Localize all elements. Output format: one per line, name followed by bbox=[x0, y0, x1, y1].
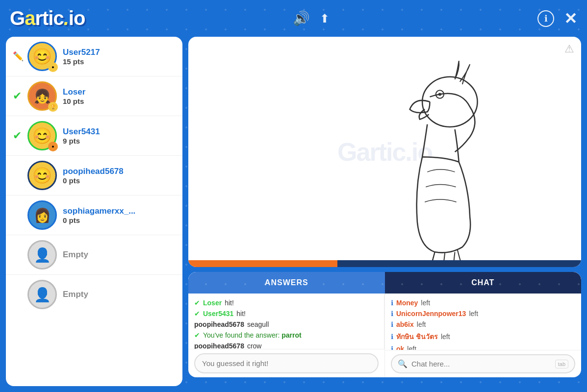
chat-section: ℹ Money left ℹ UnicornJennpower13 left ℹ… bbox=[385, 294, 581, 377]
badge-trophy: 🏆 bbox=[48, 102, 58, 112]
info-icon: ℹ bbox=[391, 333, 393, 341]
check-icon: ✔ bbox=[194, 299, 200, 307]
list-item: ℹ ok left bbox=[391, 343, 575, 350]
avatar: 👤 bbox=[27, 280, 57, 309]
avatar: 👩 bbox=[27, 200, 57, 230]
answer-user: User5431 bbox=[203, 310, 233, 318]
chat-user: Money bbox=[396, 299, 418, 307]
pencil-icon: ✏️ bbox=[13, 51, 24, 62]
check-icon: ✔ bbox=[13, 129, 24, 142]
list-item: ✔ You've found the answer: parrot bbox=[194, 330, 378, 341]
chat-action: left bbox=[417, 320, 426, 328]
logo: Gartic.io bbox=[10, 7, 85, 29]
answers-panel: ✔ Loser hit! ✔ User5431 hit! poopihead56… bbox=[188, 294, 384, 349]
tab-answers-label: ANSWERS bbox=[265, 278, 308, 287]
chat-action: left bbox=[407, 345, 416, 350]
list-item: ✏️ 😊 ● User5217 15 pts bbox=[6, 37, 182, 76]
list-item: ℹ UnicornJennpower13 left bbox=[391, 308, 575, 319]
player-pts: 10 pts bbox=[63, 97, 176, 105]
answer-suffix: hit! bbox=[236, 310, 246, 318]
tab-bar: ANSWERS CHAT bbox=[188, 272, 581, 294]
svg-point-2 bbox=[438, 93, 441, 96]
main-container: ✏️ 😊 ● User5217 15 pts ✔ 👧 🏆 Loser bbox=[0, 37, 587, 392]
info-icon: ℹ bbox=[391, 310, 393, 318]
answers-section: ✔ Loser hit! ✔ User5431 hit! poopihead56… bbox=[188, 294, 385, 377]
list-item: poopihead5678 seagull bbox=[194, 319, 378, 330]
badge-gold: ● bbox=[48, 62, 58, 72]
player-info: User5217 15 pts bbox=[63, 48, 176, 66]
list-item: ✔ User5431 hit! bbox=[194, 308, 378, 319]
avatar: 😊 ● bbox=[27, 121, 57, 150]
answer-guess: seagull bbox=[247, 320, 269, 328]
player-info: sophiagamerxx_... 0 pts bbox=[63, 206, 176, 224]
player-pts: 0 pts bbox=[63, 216, 176, 224]
chat-user: UnicornJennpower13 bbox=[396, 310, 466, 318]
answer-guess: crow bbox=[247, 342, 262, 349]
right-panel: ⚠ Gartic.io bbox=[188, 37, 581, 386]
answer-user: poopihead5678 bbox=[194, 320, 244, 328]
check-icon: ✔ bbox=[13, 90, 24, 102]
header-right: ℹ ✕ bbox=[537, 9, 577, 28]
player-info: Empty bbox=[63, 250, 176, 260]
search-icon: 🔍 bbox=[398, 359, 408, 368]
chat-action: left bbox=[421, 299, 430, 307]
player-list: ✏️ 😊 ● User5217 15 pts ✔ 👧 🏆 Loser bbox=[6, 37, 182, 386]
chat-action: left bbox=[441, 333, 450, 341]
progress-bar bbox=[188, 260, 581, 267]
chat-action: left bbox=[469, 310, 478, 318]
tab-chat[interactable]: CHAT bbox=[385, 272, 582, 294]
progress-blue bbox=[337, 260, 581, 267]
answer-suffix: hit! bbox=[225, 299, 234, 307]
player-pts: 15 pts bbox=[63, 57, 176, 66]
badge-orange: ● bbox=[48, 142, 58, 151]
info-icon: ℹ bbox=[391, 320, 393, 328]
player-name: Loser bbox=[63, 87, 176, 97]
chat-input[interactable] bbox=[411, 360, 555, 368]
answer-input-area bbox=[188, 349, 384, 377]
list-item: ✔ 👩 sophiagamerxx_... 0 pts bbox=[6, 196, 182, 235]
chat-user: ab6ix bbox=[396, 320, 414, 328]
player-info: Empty bbox=[63, 290, 176, 299]
answer-input[interactable] bbox=[194, 353, 379, 373]
player-pts: 9 pts bbox=[63, 137, 176, 145]
info-icon: ℹ bbox=[391, 299, 393, 307]
share-icon[interactable]: ⬆ bbox=[320, 12, 330, 25]
player-info: poopihead5678 0 pts bbox=[63, 167, 176, 185]
player-name: User5431 bbox=[63, 127, 176, 137]
player-panel: ✏️ 😊 ● User5217 15 pts ✔ 👧 🏆 Loser bbox=[6, 37, 182, 386]
drawing-canvas: ⚠ Gartic.io bbox=[188, 37, 581, 267]
answer-user: poopihead5678 bbox=[194, 342, 244, 349]
player-info: User5431 9 pts bbox=[63, 127, 176, 145]
bottom-content: ✔ Loser hit! ✔ User5431 hit! poopihead56… bbox=[188, 294, 581, 377]
list-item: ✔ 👧 🏆 Loser 10 pts bbox=[6, 76, 182, 116]
info-icon[interactable]: ℹ bbox=[537, 10, 554, 27]
chat-input-wrapper: 🔍 tab bbox=[391, 354, 575, 373]
chat-user: ok bbox=[396, 345, 404, 350]
chat-input-area: 🔍 tab bbox=[385, 350, 581, 377]
player-pts: 0 pts bbox=[63, 176, 176, 185]
header-center: 🔊 ⬆ bbox=[293, 10, 330, 26]
check-icon: ✔ bbox=[194, 331, 200, 339]
close-icon[interactable]: ✕ bbox=[564, 9, 577, 28]
list-item: ✔ 👤 Empty bbox=[6, 275, 182, 314]
answer-user: Loser bbox=[203, 299, 222, 307]
progress-orange bbox=[188, 260, 337, 267]
tab-answers[interactable]: ANSWERS bbox=[188, 272, 385, 294]
player-name: Empty bbox=[63, 250, 176, 260]
chat-panel: ℹ Money left ℹ UnicornJennpower13 left ℹ… bbox=[385, 294, 581, 350]
avatar: 😊 ● bbox=[27, 42, 57, 71]
player-name: poopihead5678 bbox=[63, 167, 176, 176]
sound-icon[interactable]: 🔊 bbox=[293, 10, 310, 26]
list-item: ℹ Money left bbox=[391, 297, 575, 308]
avatar: 😊 bbox=[27, 161, 57, 190]
list-item: ℹ ab6ix left bbox=[391, 319, 575, 330]
svg-point-0 bbox=[422, 77, 477, 127]
player-name: User5217 bbox=[63, 48, 176, 57]
check-icon: ✔ bbox=[194, 310, 200, 318]
answer-found-text: You've found the answer: parrot bbox=[203, 331, 302, 339]
canvas-inner: ⚠ Gartic.io bbox=[188, 37, 581, 267]
tab-chat-label: CHAT bbox=[471, 278, 494, 287]
header: Gartic.io 🔊 ⬆ ℹ ✕ bbox=[0, 0, 587, 37]
list-item: ✔ Loser hit! bbox=[194, 297, 378, 308]
list-item: ✔ 😊 ● User5431 9 pts bbox=[6, 116, 182, 156]
